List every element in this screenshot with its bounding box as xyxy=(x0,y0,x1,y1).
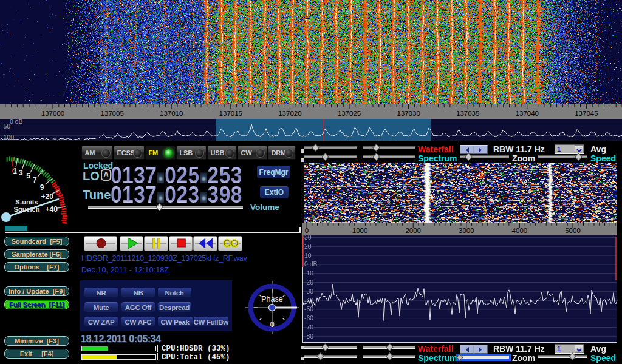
svg-text:1: 1 xyxy=(13,167,17,175)
svg-text:1000: 1000 xyxy=(352,227,368,234)
svg-text:Phase: Phase xyxy=(261,295,282,303)
svg-text:137025: 137025 xyxy=(338,110,361,117)
svg-text:0: 0 xyxy=(270,320,274,329)
svg-text:137035: 137035 xyxy=(456,110,479,117)
svg-text:5000: 5000 xyxy=(565,227,581,234)
svg-text:0 dB: 0 dB xyxy=(10,119,23,125)
svg-text:137010: 137010 xyxy=(160,110,183,117)
svg-text:3000: 3000 xyxy=(459,227,474,234)
svg-text:137030: 137030 xyxy=(397,110,420,117)
svg-text:5: 5 xyxy=(26,172,30,180)
svg-text:137020: 137020 xyxy=(278,110,301,117)
svg-text:137005: 137005 xyxy=(100,110,123,117)
svg-text:7: 7 xyxy=(33,176,37,184)
svg-text:137000: 137000 xyxy=(41,110,64,117)
svg-text:3: 3 xyxy=(19,169,23,177)
svg-text:S-units: S-units xyxy=(15,198,38,206)
svg-text:+20: +20 xyxy=(41,192,54,201)
svg-text:137015: 137015 xyxy=(219,110,242,117)
svg-text:4000: 4000 xyxy=(512,227,528,234)
svg-text:Squelch: Squelch xyxy=(14,206,40,213)
svg-text:137045: 137045 xyxy=(575,110,598,117)
svg-text:+40: +40 xyxy=(46,205,58,214)
svg-text:0: 0 xyxy=(305,227,309,234)
svg-text:-100: -100 xyxy=(1,133,14,141)
svg-text:137040: 137040 xyxy=(516,110,539,117)
svg-text:-50: -50 xyxy=(1,123,10,130)
svg-text:9: 9 xyxy=(40,183,44,192)
svg-text:2000: 2000 xyxy=(405,227,421,234)
